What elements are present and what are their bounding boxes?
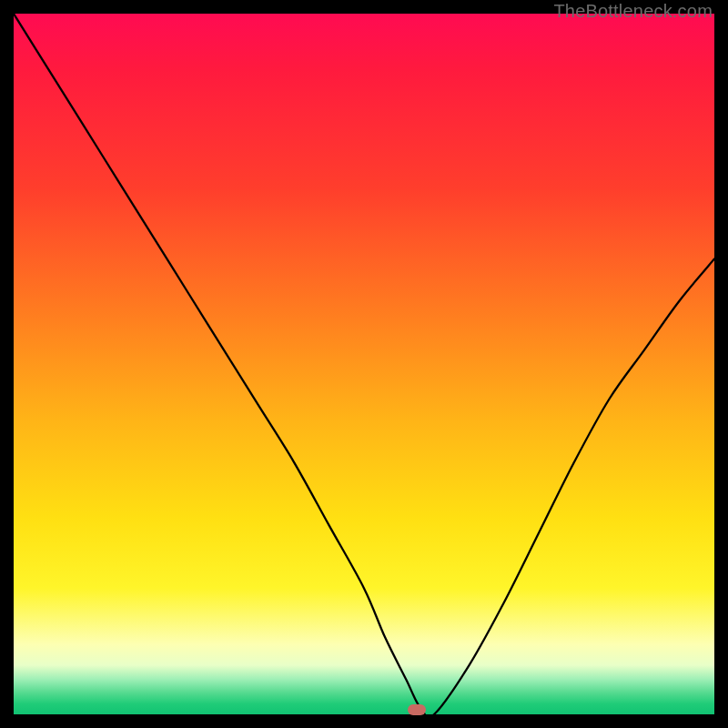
bottleneck-curve	[14, 14, 714, 714]
plot-area	[14, 14, 714, 714]
optimal-point-marker	[408, 704, 426, 715]
chart-frame: TheBottleneck.com	[0, 0, 728, 728]
watermark-text: TheBottleneck.com	[553, 1, 713, 22]
